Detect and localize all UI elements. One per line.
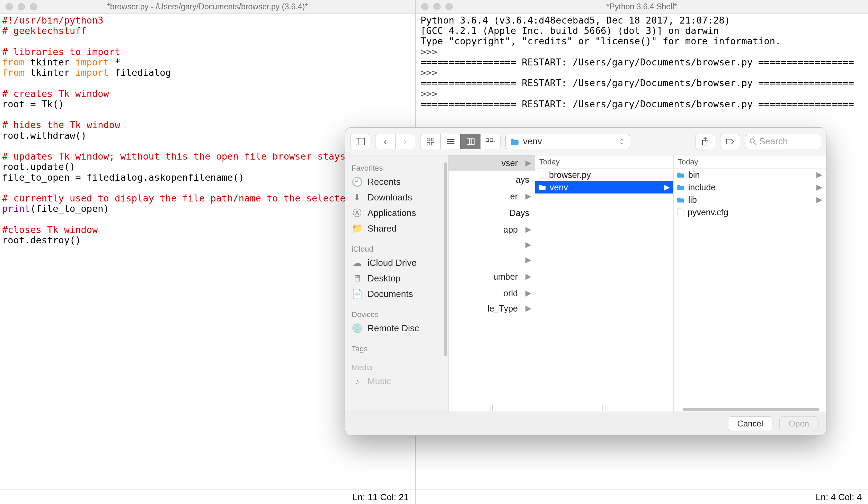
file-icon — [539, 171, 546, 179]
share-button[interactable] — [695, 134, 715, 149]
gallery-icon — [486, 138, 495, 145]
back-button[interactable]: ‹ — [375, 134, 395, 149]
file-row[interactable]: pyvenv.cfg — [674, 206, 826, 218]
kw: from — [2, 57, 25, 68]
file-row[interactable]: ▶ — [449, 252, 535, 268]
search-input[interactable]: Search — [745, 134, 821, 149]
open-button[interactable]: Open — [779, 416, 818, 431]
kw: import — [75, 57, 109, 68]
file-row[interactable]: lib▶ — [674, 194, 826, 206]
file-row[interactable]: include▶ — [674, 181, 826, 194]
sidebar-item-shared[interactable]: 📁Shared — [345, 221, 448, 236]
file-label: orld — [452, 288, 518, 298]
sidebar-group-devices: Devices — [345, 308, 448, 321]
code-line: file_to_open = filedialog.askopenfilenam… — [2, 172, 244, 183]
sidebar-item-remote-disc[interactable]: 💿Remote Disc — [345, 321, 448, 336]
svg-line-17 — [754, 143, 756, 145]
tag-button[interactable] — [720, 134, 740, 149]
sidebar-scrollbar[interactable] — [444, 162, 447, 356]
file-row[interactable]: orld▶ — [449, 286, 535, 301]
file-row[interactable]: ▶ — [449, 237, 535, 252]
disc-icon: 💿 — [352, 324, 363, 333]
downloads-icon: ⬇︎ — [352, 193, 363, 202]
gallery-view-button[interactable] — [480, 134, 501, 149]
dialog-body: Favorites 🕘Recents ⬇︎Downloads ⒶApplicat… — [345, 155, 826, 412]
file-row[interactable]: venv▶ — [535, 181, 673, 194]
code-line: root.update() — [2, 161, 75, 172]
column-view-button[interactable] — [460, 134, 480, 149]
forward-button[interactable]: › — [395, 134, 415, 149]
sidebar-item-documents[interactable]: 📄Documents — [345, 286, 448, 302]
shell-statusbar: Ln: 4 Col: 4 — [416, 489, 868, 504]
file-row[interactable]: le_Type▶ — [449, 301, 535, 316]
code-line: # geektechstuff — [2, 25, 87, 36]
code-line — [2, 182, 8, 193]
close-icon[interactable] — [6, 3, 13, 10]
file-label: bin — [688, 170, 700, 180]
sidebar-group-tags: Tags — [345, 342, 448, 355]
editor-titlebar: *browser.py - /Users/gary/Documents/brow… — [0, 0, 415, 14]
code-line: # currently used to display the file pat… — [2, 193, 379, 204]
icon-view-button[interactable] — [420, 134, 440, 149]
grid-icon — [427, 138, 434, 145]
txt: * — [109, 57, 121, 68]
editor-statusbar: Ln: 11 Col: 21 — [0, 489, 415, 504]
columns-icon — [467, 138, 475, 145]
minimize-icon[interactable] — [433, 3, 441, 10]
sidebar-item-icloud-drive[interactable]: ☁︎iCloud Drive — [345, 255, 448, 271]
txt: tkinter — [25, 57, 75, 68]
file-row[interactable]: umber▶ — [449, 268, 535, 286]
path-dropdown[interactable]: venv ⌃⌄ — [505, 134, 630, 149]
sidebar-item-applications[interactable]: ⒶApplications — [345, 205, 448, 221]
chevron-right-icon: ▶ — [525, 159, 531, 168]
dialog-footer: Cancel Open — [345, 412, 826, 435]
code-line — [2, 109, 8, 120]
code-line: # updates Tk window; without this the op… — [2, 151, 374, 162]
file-row[interactable]: vser▶ — [449, 155, 535, 171]
file-label: ays — [452, 175, 529, 185]
svg-point-16 — [750, 139, 754, 143]
file-icon — [677, 208, 684, 216]
file-row[interactable]: Days — [449, 204, 535, 222]
sidebar-item-label: Recents — [367, 177, 400, 187]
dialog-sidebar: Favorites 🕘Recents ⬇︎Downloads ⒶApplicat… — [345, 155, 449, 412]
kw: from — [2, 67, 25, 78]
shell-line: ================= RESTART: /Users/gary/D… — [420, 57, 854, 68]
file-row[interactable]: er▶ — [449, 189, 535, 204]
desktop-icon: 🖥 — [352, 274, 363, 283]
music-icon: ♪ — [352, 377, 363, 386]
shell-prompt: >>> — [420, 67, 437, 78]
file-row[interactable]: ays — [449, 171, 535, 189]
folder-icon — [511, 138, 520, 145]
dialog-toolbar: ‹ › venv ⌃⌄ — [345, 128, 826, 155]
file-label: include — [688, 182, 716, 192]
search-icon — [750, 138, 756, 145]
sidebar-group-icloud: iCloud — [345, 243, 448, 255]
sidebar-item-recents[interactable]: 🕘Recents — [345, 174, 448, 190]
chevron-right-icon: ▶ — [816, 195, 822, 204]
list-view-button[interactable] — [440, 134, 460, 149]
sidebar-toggle-button[interactable] — [350, 134, 370, 149]
cancel-button[interactable]: Cancel — [728, 416, 773, 431]
column-header: Today — [674, 155, 826, 169]
file-row[interactable]: app▶ — [449, 222, 535, 237]
file-label: Days — [452, 208, 529, 218]
code-line: # libraries to import — [2, 46, 120, 57]
sidebar-item-music[interactable]: ♪Music — [345, 374, 448, 389]
file-row[interactable]: browser.py — [535, 169, 673, 181]
zoom-icon[interactable] — [30, 3, 37, 10]
code-line — [2, 141, 8, 151]
file-row[interactable]: bin▶ — [674, 169, 826, 181]
code-line: # creates Tk window — [2, 88, 109, 99]
kw: import — [75, 67, 109, 78]
zoom-icon[interactable] — [445, 3, 453, 10]
sidebar-item-downloads[interactable]: ⬇︎Downloads — [345, 190, 448, 205]
folder-icon — [677, 197, 685, 203]
chevron-right-icon: ▶ — [525, 240, 531, 249]
documents-icon: 📄 — [352, 290, 363, 299]
column-current: Today browser.pyvenv▶ || — [535, 155, 674, 412]
sidebar-item-label: Shared — [367, 223, 397, 234]
sidebar-item-desktop[interactable]: 🖥Desktop — [345, 271, 448, 286]
close-icon[interactable] — [421, 3, 428, 10]
minimize-icon[interactable] — [18, 3, 25, 10]
